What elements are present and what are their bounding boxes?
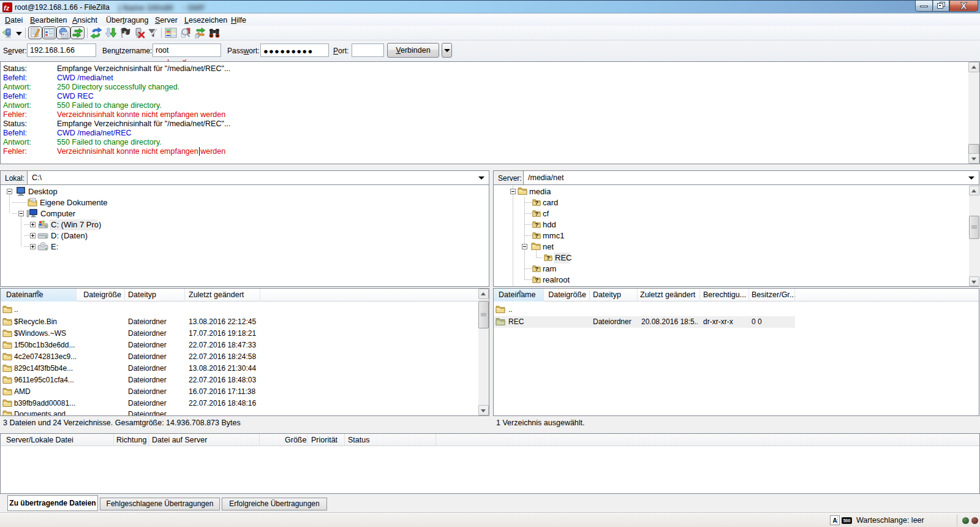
svg-text:fz: fz bbox=[4, 4, 10, 12]
svg-text:x: x bbox=[124, 29, 127, 35]
